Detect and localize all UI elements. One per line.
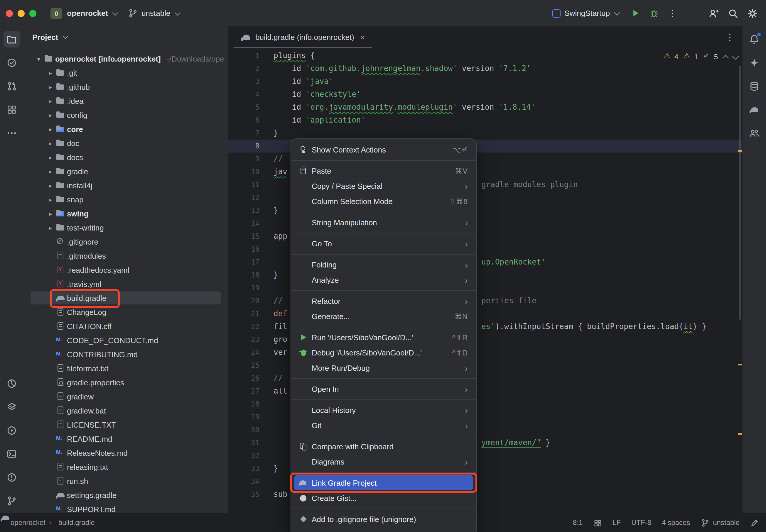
- indent-widget[interactable]: 4 spaces: [662, 519, 690, 527]
- next-problem-icon[interactable]: [732, 53, 739, 60]
- menu-item[interactable]: Column Selection Mode ⇧⌘8: [291, 194, 476, 209]
- menu-item[interactable]: [291, 287, 476, 293]
- menu-item[interactable]: Open In: [291, 381, 476, 397]
- tree-item[interactable]: .idea: [23, 94, 228, 108]
- code-line[interactable]: 4 id 'checkstyle': [228, 88, 743, 101]
- tree-item[interactable]: CODE_OF_CONDUCT.md: [23, 333, 228, 347]
- project-panel-header[interactable]: Project: [23, 26, 228, 48]
- tab-options-button[interactable]: ⋮: [726, 32, 734, 43]
- version-control-tool-button[interactable]: [4, 493, 20, 509]
- chevron-icon[interactable]: [46, 70, 55, 76]
- tree-item[interactable]: config: [23, 108, 228, 122]
- tree-item[interactable]: snap: [23, 192, 228, 206]
- more-actions-button[interactable]: ⋮: [668, 9, 677, 18]
- database-button[interactable]: [746, 78, 762, 94]
- project-widget[interactable]: 0 openrocket: [50, 7, 117, 19]
- tree-item[interactable]: ReleaseNotes.md: [23, 446, 228, 460]
- gradle-tool-button[interactable]: [746, 101, 762, 118]
- inspections-widget[interactable]: 4 1 5: [664, 53, 738, 61]
- tree-item[interactable]: ChangeLog: [23, 305, 228, 319]
- inspection-badge[interactable]: 1: [684, 53, 698, 61]
- problems-tool-button[interactable]: [4, 469, 20, 486]
- tree-item[interactable]: doc: [23, 136, 228, 150]
- tree-item[interactable]: LICENSE.TXT: [23, 418, 228, 432]
- chevron-icon[interactable]: [46, 98, 55, 104]
- menu-item[interactable]: Compare with Clipboard: [291, 439, 476, 454]
- code-line[interactable]: 6 id 'application': [228, 114, 743, 127]
- editor-scrollbar[interactable]: [739, 66, 741, 320]
- menu-item[interactable]: [291, 433, 476, 439]
- notifications-button[interactable]: [746, 31, 762, 48]
- inspection-badge[interactable]: 4: [664, 53, 678, 61]
- editor-tab[interactable]: build.gradle (info.openrocket) ×: [234, 26, 372, 48]
- more-tool-windows-button[interactable]: [4, 125, 20, 141]
- menu-item[interactable]: String Manipulation: [291, 215, 476, 230]
- tree-item[interactable]: .github: [23, 80, 228, 94]
- menu-item[interactable]: Create Gist...: [291, 490, 476, 506]
- profiler-tool-button[interactable]: [4, 375, 20, 392]
- tree-item[interactable]: test-writing: [23, 221, 228, 235]
- branch-widget[interactable]: unstable: [128, 8, 180, 18]
- tree-item[interactable]: openrocket [info.openrocket] ~/Downloads…: [23, 52, 228, 66]
- close-tab-icon[interactable]: ×: [360, 32, 365, 42]
- menu-item[interactable]: Debug '/Users/SiboVanGool/D...' ^⇧D: [291, 345, 476, 360]
- tree-item[interactable]: .gitmodules: [23, 249, 228, 263]
- chevron-icon[interactable]: [46, 140, 55, 146]
- menu-item[interactable]: Add to .gitignore file (unignore): [291, 511, 476, 527]
- tree-item[interactable]: .travis.yml: [23, 277, 228, 291]
- menu-item[interactable]: More Run/Debug: [291, 360, 476, 375]
- menu-item[interactable]: Git: [291, 418, 476, 433]
- tree-item[interactable]: docs: [23, 150, 228, 164]
- ai-assistant-button[interactable]: [746, 55, 762, 71]
- menu-item[interactable]: [291, 157, 476, 163]
- code-line[interactable]: 7}: [228, 127, 743, 140]
- zoom-window-button[interactable]: [29, 10, 36, 17]
- line-ending-widget[interactable]: LF: [613, 519, 621, 527]
- tree-item[interactable]: run.sh: [23, 474, 228, 488]
- add-user-button[interactable]: [709, 8, 719, 18]
- tree-item[interactable]: README.md: [23, 432, 228, 446]
- menu-item[interactable]: Generate... ⌘N: [291, 309, 476, 324]
- chevron-icon[interactable]: [46, 112, 55, 118]
- menu-item[interactable]: [291, 324, 476, 330]
- tree-item[interactable]: fileformat.txt: [23, 361, 228, 375]
- run-config-widget[interactable]: SwingStartup: [552, 9, 619, 18]
- services-tool-button[interactable]: [4, 399, 20, 415]
- run-tool-button[interactable]: [4, 422, 20, 439]
- tree-item[interactable]: CONTRIBUTING.md: [23, 347, 228, 361]
- minimize-window-button[interactable]: [18, 10, 25, 17]
- tree-item[interactable]: gradlew.bat: [23, 404, 228, 418]
- code-line[interactable]: 3 id 'java': [228, 75, 743, 88]
- menu-item[interactable]: [291, 375, 476, 381]
- tree-item[interactable]: build.gradle: [23, 291, 228, 305]
- menu-item[interactable]: [291, 230, 476, 236]
- write-access-widget[interactable]: [750, 518, 759, 527]
- menu-item[interactable]: Refactor: [291, 293, 476, 309]
- tree-item[interactable]: .readthedocs.yaml: [23, 263, 228, 277]
- tree-item[interactable]: settings.gradle: [23, 488, 228, 502]
- menu-item[interactable]: [291, 527, 476, 532]
- tree-item[interactable]: SUPPORT.md: [23, 502, 228, 513]
- breadcrumb-item[interactable]: openrocket ›: [7, 519, 51, 527]
- chevron-icon[interactable]: [46, 168, 55, 174]
- branch-widget-status[interactable]: unstable: [701, 518, 740, 527]
- tree-item[interactable]: gradle.properties: [23, 375, 228, 389]
- menu-item[interactable]: Paste ⌘V: [291, 163, 476, 178]
- tree-item[interactable]: releasing.txt: [23, 460, 228, 474]
- encoding-widget[interactable]: UTF-8: [631, 519, 651, 527]
- menu-item[interactable]: [291, 397, 476, 402]
- collaboration-button[interactable]: [746, 125, 762, 141]
- code-line[interactable]: 5 id 'org.javamodularity.moduleplugin' v…: [228, 101, 743, 114]
- previous-problem-icon[interactable]: [722, 55, 729, 61]
- menu-item[interactable]: Local History: [291, 402, 476, 418]
- tree-item[interactable]: core: [23, 122, 228, 136]
- inspection-badge[interactable]: 5: [704, 53, 718, 61]
- chevron-icon[interactable]: [46, 210, 55, 217]
- breadcrumb-item[interactable]: build.gradle ›: [55, 519, 95, 527]
- tree-item[interactable]: .git: [23, 66, 228, 80]
- chevron-icon[interactable]: [46, 84, 55, 90]
- menu-item[interactable]: [291, 506, 476, 511]
- close-window-button[interactable]: [6, 10, 13, 17]
- caret-position-widget[interactable]: 8:1: [573, 519, 583, 527]
- chevron-icon[interactable]: [34, 55, 43, 62]
